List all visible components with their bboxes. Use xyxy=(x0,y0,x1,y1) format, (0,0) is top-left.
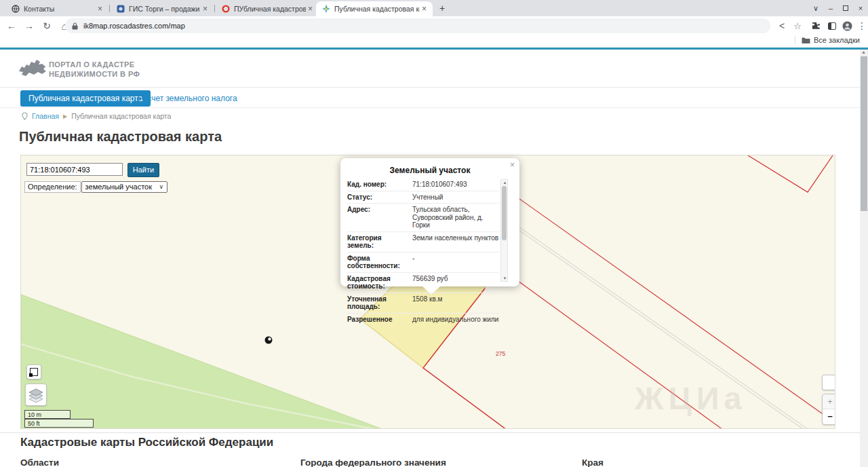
bookmark-star-icon[interactable]: ☆ xyxy=(790,18,805,33)
scrollbar-thumb[interactable] xyxy=(861,56,867,211)
tab-separator xyxy=(109,5,110,12)
breadcrumb-home-link[interactable]: Главная xyxy=(32,112,59,120)
close-icon[interactable]: × xyxy=(201,4,210,14)
close-icon[interactable]: × xyxy=(306,4,315,14)
row-value: 1508 кв.м xyxy=(406,295,499,311)
tab-title: ГИС Торги – продажи госуд xyxy=(129,5,201,13)
new-tab-button[interactable]: + xyxy=(439,3,445,14)
tab-gis-torgi[interactable]: ГИС Торги – продажи госуд × xyxy=(111,1,214,16)
row-value: 71:18:010607:493 xyxy=(406,181,499,189)
boundary-v-shape xyxy=(748,155,833,192)
search-input[interactable] xyxy=(26,163,123,176)
profile-avatar[interactable] xyxy=(840,18,854,33)
tab-search-chevron-icon[interactable]: ∨ xyxy=(808,0,823,16)
scale-bar-imperial: 50 ft xyxy=(24,419,94,428)
russia-map-logo xyxy=(18,58,47,79)
side-panel-icon[interactable] xyxy=(825,18,840,33)
restore-button[interactable] xyxy=(838,0,853,16)
menu-icon[interactable]: ⋮ xyxy=(854,18,868,33)
tab-title: Публичная кадастровая ка xyxy=(334,5,420,13)
address-bar[interactable]: ik8map.roscadastres.com/map xyxy=(65,18,770,33)
divider xyxy=(0,107,860,108)
layers-button[interactable] xyxy=(25,384,47,406)
divider xyxy=(0,87,860,88)
site-top-accent xyxy=(0,48,868,50)
tab-contacts[interactable]: Контакты × xyxy=(5,1,108,16)
tab-pkk-active[interactable]: Публичная кадастровая ка × xyxy=(316,1,433,16)
footer-column-oblasti: Области xyxy=(20,457,59,467)
map-tool-button[interactable] xyxy=(822,375,835,390)
divider xyxy=(795,36,795,44)
reload-button[interactable]: ↻ xyxy=(39,18,54,33)
row-value: Земли населенных пунктов xyxy=(406,234,499,250)
table-row: Уточненная площадь: 1508 кв.м xyxy=(347,293,499,313)
extensions-puzzle-icon[interactable] xyxy=(808,18,823,33)
nav-link-land-tax[interactable]: Расчет земельного налога xyxy=(138,94,237,103)
zoom-out-button[interactable]: − xyxy=(823,409,835,424)
scrollbar-thumb[interactable] xyxy=(502,186,507,240)
popup-title: Земельный участок xyxy=(340,158,519,175)
window-close-button[interactable]: × xyxy=(853,0,868,16)
scroll-down-icon[interactable]: ▼ xyxy=(502,276,508,280)
object-type-select[interactable]: земельный участок ∨ xyxy=(81,181,167,193)
footer-column-kraya: Края xyxy=(582,457,604,467)
row-value: 756639 руб xyxy=(406,275,499,291)
forward-button[interactable]: → xyxy=(22,18,37,33)
table-row: Разрешенное для индивидуального жилищног… xyxy=(347,313,499,326)
globe-icon xyxy=(12,5,20,13)
all-bookmarks-button[interactable]: Все закладки xyxy=(795,36,860,44)
table-row: Кадастровая стоимость: 756639 руб xyxy=(347,272,499,293)
row-label: Адрес: xyxy=(347,206,406,229)
back-button[interactable]: ← xyxy=(4,18,19,33)
close-icon[interactable]: × xyxy=(420,4,429,14)
tab-separator xyxy=(214,5,215,12)
page-scrollbar[interactable]: ▲ xyxy=(860,50,868,467)
map-filter-panel: Определение: земельный участок ∨ xyxy=(24,181,167,193)
site-logo-text: ПОРТАЛ О КАДАСТРЕ НЕДВИЖИМОСТИ В РФ xyxy=(49,60,140,79)
nav-tab-public-map[interactable]: Публичная кадастровая карта xyxy=(20,90,151,107)
parcel-number-label: 275 xyxy=(496,350,505,357)
row-label: Разрешенное xyxy=(347,316,406,324)
parcel-info-popup: × Земельный участок Кад. номер: 71:18:01… xyxy=(340,158,519,286)
tab-pkk-yandex[interactable]: ПУбличная кадастровая ка × xyxy=(216,1,319,16)
row-label: Статус: xyxy=(347,193,406,202)
map-pin-multicolor-icon xyxy=(322,5,330,13)
folder-icon xyxy=(802,37,810,44)
breadcrumb-current: Публичная кадастровая карта xyxy=(71,112,171,120)
row-value: Тульская область, Суворовский район, д. … xyxy=(406,206,499,229)
minimize-button[interactable]: – xyxy=(823,0,838,16)
row-value: - xyxy=(406,255,499,270)
all-bookmarks-label: Все закладки xyxy=(814,36,860,44)
url-text: ik8map.roscadastres.com/map xyxy=(83,22,185,30)
location-pin-icon xyxy=(22,112,28,120)
object-type-value: земельный участок xyxy=(85,183,152,191)
row-label: Уточненная площадь: xyxy=(347,295,406,311)
scroll-up-icon[interactable]: ▲ xyxy=(861,50,866,54)
layers-icon xyxy=(26,384,46,405)
table-row: Кад. номер: 71:18:010607:493 xyxy=(347,179,499,191)
row-value: Учтенный xyxy=(406,193,499,202)
map-search-panel: Найти xyxy=(26,163,159,177)
scale-bar-metric: 10 m xyxy=(24,410,71,419)
table-row: Категория земель: Земли населенных пункт… xyxy=(347,231,499,252)
row-label: Форма собственности: xyxy=(347,255,406,270)
popup-scrollbar[interactable]: ▲ ▼ xyxy=(500,179,508,282)
row-value: для индивидуального жилищного xyxy=(406,316,499,324)
extent-button[interactable] xyxy=(26,365,41,379)
table-row: Форма собственности: - xyxy=(347,252,499,272)
logo-line2: НЕДВИЖИМОСТИ В РФ xyxy=(49,69,140,79)
forest-polygon xyxy=(21,295,384,429)
footer-heading: Кадастровые карты Российской Федерации xyxy=(20,436,273,449)
close-icon[interactable]: × xyxy=(510,160,515,170)
zoom-in-button[interactable]: + xyxy=(823,394,835,409)
search-button[interactable]: Найти xyxy=(127,163,159,177)
row-label: Категория земель: xyxy=(347,234,406,250)
logo-line1: ПОРТАЛ О КАДАСТРЕ xyxy=(49,60,140,69)
page-title: Публичная кадастровая карта xyxy=(19,129,222,145)
chevron-down-icon: ∨ xyxy=(159,183,163,190)
scroll-up-icon[interactable]: ▲ xyxy=(502,181,508,185)
share-icon[interactable]: < xyxy=(774,18,789,33)
tab-title: ПУбличная кадастровая ка xyxy=(234,5,306,13)
close-icon[interactable]: × xyxy=(96,4,104,14)
popup-attribute-table: Кад. номер: 71:18:010607:493 Статус: Учт… xyxy=(347,179,499,325)
